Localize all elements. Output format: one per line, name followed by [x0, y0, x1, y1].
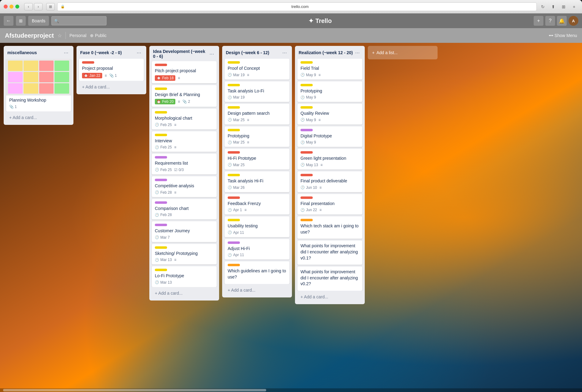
nav-right: + ? 🔔 A — [534, 16, 578, 26]
clock-icon: ⏰ — [157, 100, 161, 104]
card-title: What points for improvement did I encoun… — [300, 269, 359, 287]
clock-icon: 🕐 — [228, 118, 232, 122]
card-field-trial[interactable]: Field Trial 🕐 May 9 ≡ — [297, 59, 362, 80]
card-green-light[interactable]: Green light presentation 🕐 May 13 ≡ — [297, 149, 362, 170]
show-menu-button[interactable]: ••• Show Menu — [549, 33, 577, 38]
card-adjust-hifi[interactable]: Adjust Hi-Fi 🕐 Apr 11 — [225, 239, 289, 260]
visibility-personal[interactable]: Personal — [69, 33, 86, 38]
sticky-note — [39, 83, 54, 94]
card-label — [155, 88, 167, 90]
tabs-button[interactable]: ⊞ — [46, 3, 55, 10]
trello-grid-button[interactable]: ⊞ — [16, 16, 26, 26]
card-planning-workshop[interactable]: Planning Workshop 📎 1 — [6, 59, 71, 111]
attachment-icon: 📎 — [182, 99, 187, 104]
maximize-button[interactable] — [15, 5, 19, 9]
board-title[interactable]: Afstudeerproject — [5, 32, 54, 39]
card-improvement-v01[interactable]: What points for improvement did I encoun… — [297, 241, 362, 265]
list-menu-button-idea[interactable]: ··· — [208, 50, 215, 58]
card-pitch[interactable]: Pitch project proposal ⏰ Feb 18 ≡ — [152, 61, 217, 83]
star-icon[interactable]: ☆ — [58, 33, 62, 39]
list-menu-button-design[interactable]: ··· — [281, 49, 288, 56]
card-prototyping-design[interactable]: Prototyping 🕐 Mar 25 ≡ — [225, 126, 289, 147]
card-interview[interactable]: Interview 🕐 Feb 25 ≡ — [152, 131, 217, 152]
card-usability[interactable]: Usability testing 🕐 Apr 11 — [225, 216, 289, 237]
card-guidelines[interactable]: Which guidelines am I going to use? — [225, 261, 289, 284]
list-title-design: Design (~week 6 - 12) — [226, 50, 281, 55]
clock-icon: 🕐 — [300, 95, 305, 99]
card-final-deliverable[interactable]: Final product deliverable 🕐 Jun 10 ≡ — [297, 171, 362, 192]
clock-icon: 🕐 — [228, 253, 232, 257]
add-card-button-misc[interactable]: + Add a card... — [6, 113, 71, 122]
card-meta: ⏰ Feb 20 ≡ 📎 2 — [155, 99, 214, 104]
user-avatar[interactable]: A — [569, 16, 578, 26]
card-morphological[interactable]: Morphological chart 🕐 Feb 25 ≡ — [152, 109, 217, 129]
card-comparison[interactable]: Comparison chart 🕐 Feb 28 — [152, 199, 217, 220]
back-button[interactable]: ‹ — [24, 3, 33, 10]
card-proof-concept[interactable]: Proof of Concept 🕐 Mar 19 ≡ — [225, 59, 289, 80]
boards-button[interactable]: Boards — [28, 16, 49, 26]
clock-icon: 🕐 — [155, 123, 159, 127]
share-icon[interactable]: ⬆ — [549, 3, 558, 10]
card-competitive[interactable]: Competitive analysis 🕐 Feb 28 ≡ — [152, 176, 217, 197]
card-digital-prototype[interactable]: Digital Prototype 🕐 May 9 — [297, 126, 362, 147]
card-quality-review[interactable]: Quality Review 🕐 May 9 ≡ — [297, 104, 362, 125]
card-task-analysis-lofi[interactable]: Task analysis Lo-Fi 🕐 Mar 19 — [225, 81, 289, 102]
address-bar[interactable]: 🔒 trello.com — [57, 2, 537, 11]
card-improvement-v02[interactable]: What points for improvement did I encoun… — [297, 267, 362, 291]
trello-back-button[interactable]: ← — [4, 16, 13, 26]
scrollbar-thumb[interactable] — [3, 389, 266, 391]
list-menu-button[interactable]: ··· — [62, 49, 70, 56]
add-card-button-realization[interactable]: + Add a card... — [297, 292, 362, 302]
forward-button[interactable]: › — [34, 3, 43, 10]
card-title: Interview — [155, 138, 214, 144]
card-date: 🕐 Mar 25 — [228, 163, 244, 167]
card-title: Task analysis Lo-Fi — [228, 88, 286, 94]
card-title: Morphological chart — [155, 115, 214, 121]
clock-icon: 🕐 — [228, 185, 232, 189]
card-meta: 🕐 Mar 26 — [228, 185, 286, 190]
card-design-brief[interactable]: Design Brief & Planning ⏰ Feb 20 ≡ 📎 2 — [152, 85, 217, 107]
horizontal-scrollbar[interactable] — [0, 388, 582, 392]
card-project-proposal[interactable]: Project proposal ⏰ Jan 22 ≡ 📎 1 — [79, 59, 144, 81]
card-meta: 🕐 Mar 19 ≡ — [228, 73, 286, 77]
list-menu-button-realization[interactable]: ··· — [354, 49, 361, 56]
card-design-pattern[interactable]: Design pattern search 🕐 Mar 25 ≡ — [225, 104, 289, 125]
card-final-presentation[interactable]: Final presentation 🕐 Jun 22 ≡ — [297, 194, 362, 215]
card-title: Prototyping — [300, 88, 359, 94]
card-requirements[interactable]: Requirements list 🕐 Feb 25 ☑ 0/3 — [152, 154, 217, 174]
card-tech-stack[interactable]: Which tech stack am i going to use? — [297, 216, 362, 239]
add-list-button[interactable]: + Add a list... — [368, 46, 438, 59]
card-customer-journey[interactable]: Customer Journey 🕐 Mar 7 — [152, 221, 217, 242]
card-lofi[interactable]: Lo-Fi Prototype 🕐 Mar 13 — [152, 266, 217, 287]
card-label — [155, 156, 167, 159]
sidebar-icon[interactable]: + — [570, 3, 578, 10]
card-meta: 🕐 Feb 28 ≡ — [155, 190, 214, 195]
card-label — [300, 84, 313, 86]
new-tab-icon[interactable]: ⊞ — [559, 3, 568, 10]
card-task-analysis-hifi[interactable]: Task analysis Hi-Fi 🕐 Mar 26 — [225, 171, 289, 192]
add-board-button[interactable]: + — [534, 16, 543, 26]
minimize-button[interactable] — [9, 5, 13, 9]
traffic-lights — [4, 5, 19, 9]
add-card-button-idea[interactable]: + Add a card... — [152, 288, 217, 298]
trello-nav: ← ⊞ Boards 🔍 ✦ Trello + ? 🔔 A — [0, 13, 582, 28]
close-button[interactable] — [4, 5, 8, 9]
notification-button[interactable]: 🔔 — [557, 16, 567, 26]
card-feedback-frenzy[interactable]: Feedback Frenzy 🕐 Apr 1 ≡ — [225, 194, 289, 215]
reload-button[interactable]: ↻ — [539, 3, 547, 10]
card-hifi[interactable]: Hi-Fi Prototype 🕐 Mar 25 — [225, 149, 289, 170]
clock-icon: 🕐 — [228, 208, 232, 212]
add-card-button-fase0[interactable]: + Add a card... — [79, 82, 144, 92]
card-date: 🕐 Feb 28 — [155, 213, 172, 217]
visibility-public[interactable]: ⊕ Public — [90, 33, 106, 38]
add-card-button-design[interactable]: + Add a card... — [225, 285, 289, 295]
card-prototyping-real[interactable]: Prototyping 🕐 May 9 — [297, 81, 362, 102]
card-title: Green light presentation — [300, 155, 359, 162]
search-bar[interactable]: 🔍 — [51, 16, 106, 25]
card-title: Task analysis Hi-Fi — [228, 178, 286, 184]
card-sketching[interactable]: Sketching/ Prototyping 🕐 Mar 13 ≡ — [152, 244, 217, 265]
card-date: 🕐 Mar 13 — [155, 280, 172, 285]
card-date: 🕐 Mar 7 — [155, 235, 170, 240]
list-menu-button-fase0[interactable]: ··· — [135, 49, 143, 56]
info-button[interactable]: ? — [545, 16, 555, 26]
